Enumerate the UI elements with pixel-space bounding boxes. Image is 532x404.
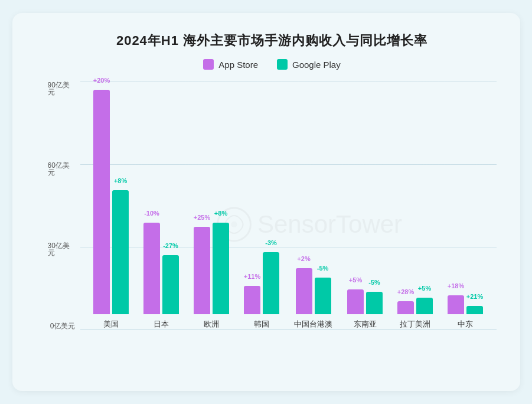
- bar-japan-google-label: -27%: [163, 242, 178, 249]
- bar-korea-google: -3%: [263, 252, 279, 314]
- bar-latam-appstore: +28%: [397, 301, 414, 314]
- bar-group-usa: +20% +8% 美国: [93, 90, 129, 330]
- googleplay-color-dot: [277, 59, 288, 70]
- legend-googleplay: Google Play: [277, 59, 341, 70]
- x-label-usa: 美国: [103, 319, 119, 330]
- y-label-0: 0亿美元: [50, 322, 76, 330]
- bar-japan-appstore-label: -10%: [144, 210, 159, 217]
- bar-sea-google-label: -5%: [368, 279, 380, 286]
- bar-group-twmo: +2% -5% 中国台港澳: [294, 268, 332, 330]
- bar-me-google-label: +21%: [466, 293, 483, 300]
- bar-group-japan: -10% -27% 日本: [143, 223, 179, 330]
- bar-pair-korea: +11% -3%: [244, 252, 279, 314]
- y-label-60: 60亿美元: [48, 162, 76, 176]
- bar-me-appstore-label: +18%: [448, 282, 464, 289]
- bar-latam-appstore-label: +28%: [397, 288, 414, 295]
- appstore-label: App Store: [218, 60, 258, 70]
- bar-twmo-appstore-label: +2%: [297, 255, 310, 262]
- bar-korea-google-label: -3%: [265, 239, 277, 246]
- bar-europe-google-label: +8%: [214, 210, 227, 217]
- x-label-latam: 拉丁美洲: [400, 319, 430, 330]
- bar-sea-google: -5%: [366, 292, 383, 314]
- bars-row: +20% +8% 美国 -10% -27: [80, 82, 497, 330]
- bar-korea-appstore: +11%: [244, 286, 260, 314]
- bar-me-google: +21%: [466, 306, 483, 314]
- bar-sea-appstore: +5%: [347, 289, 364, 314]
- bar-pair-twmo: +2% -5%: [296, 268, 331, 314]
- bar-japan-google: -27%: [162, 255, 179, 314]
- bar-group-latam: +28% +5% 拉丁美洲: [397, 298, 433, 330]
- chart-area: SensorTower 90亿美元 60亿美元 30亿美元 0亿美元 +20%: [48, 82, 497, 353]
- bar-group-sea: +5% -5% 东南亚: [347, 289, 383, 330]
- bar-latam-google-label: +5%: [418, 285, 431, 292]
- bar-pair-latam: +28% +5%: [397, 298, 433, 314]
- bar-usa-appstore: +20%: [93, 90, 110, 314]
- chart-container: 2024年H1 海外主要市场手游内购收入与同比增长率 App Store Goo…: [12, 13, 520, 391]
- bar-japan-appstore: -10%: [143, 223, 160, 314]
- bar-sea-appstore-label: +5%: [349, 276, 362, 284]
- bar-pair-me: +18% +21%: [448, 295, 483, 314]
- legend: App Store Google Play: [48, 59, 497, 70]
- bar-pair-usa: +20% +8%: [93, 90, 129, 314]
- x-label-europe: 欧洲: [204, 319, 219, 330]
- googleplay-label: Google Play: [292, 60, 341, 70]
- bar-group-korea: +11% -3% 韩国: [244, 252, 279, 330]
- bar-group-europe: +25% +8% 欧洲: [194, 223, 229, 330]
- bar-europe-google: +8%: [213, 223, 229, 314]
- y-label-30: 30亿美元: [48, 242, 76, 256]
- bar-europe-appstore-label: +25%: [194, 214, 210, 221]
- grid-and-bars: +20% +8% 美国 -10% -27: [80, 82, 497, 330]
- bar-group-me: +18% +21% 中东: [448, 295, 483, 330]
- chart-title: 2024年H1 海外主要市场手游内购收入与同比增长率: [48, 32, 497, 50]
- x-label-japan: 日本: [154, 319, 169, 330]
- bar-pair-europe: +25% +8%: [194, 223, 229, 314]
- bar-pair-japan: -10% -27%: [143, 223, 179, 314]
- bar-me-appstore: +18%: [448, 295, 464, 314]
- x-label-twmo: 中国台港澳: [294, 319, 332, 330]
- x-label-me: 中东: [458, 319, 473, 330]
- bar-usa-google: +8%: [112, 190, 129, 314]
- bar-usa-appstore-label: +20%: [93, 77, 110, 84]
- bar-pair-sea: +5% -5%: [347, 289, 383, 314]
- bar-usa-google-label: +8%: [114, 177, 127, 184]
- bar-twmo-google-label: -5%: [317, 265, 329, 272]
- bar-twmo-google: -5%: [315, 278, 331, 314]
- bar-latam-google: +5%: [416, 298, 433, 314]
- bar-europe-appstore: +25%: [194, 227, 210, 314]
- y-label-90: 90亿美元: [48, 82, 76, 96]
- y-axis: 90亿美元 60亿美元 30亿美元 0亿美元: [48, 82, 80, 330]
- legend-appstore: App Store: [203, 59, 258, 70]
- bar-twmo-appstore: +2%: [296, 268, 312, 314]
- appstore-color-dot: [203, 59, 214, 70]
- x-label-sea: 东南亚: [354, 319, 377, 330]
- bar-korea-appstore-label: +11%: [244, 273, 260, 280]
- x-label-korea: 韩国: [254, 319, 269, 330]
